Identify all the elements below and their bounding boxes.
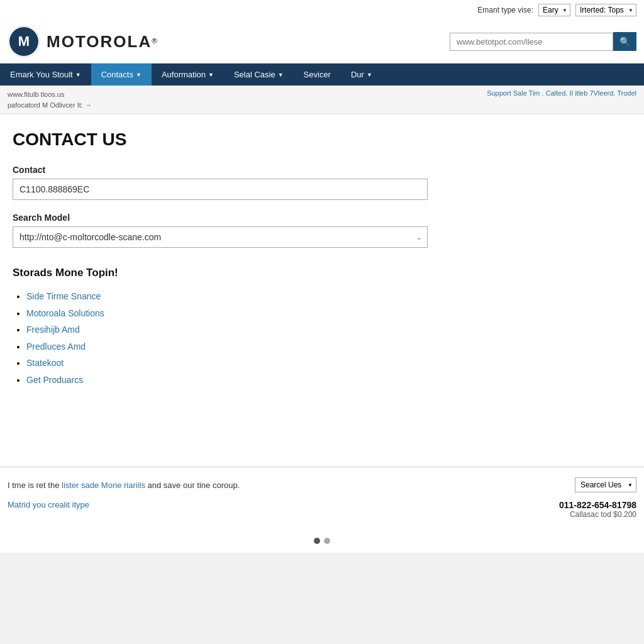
chevron-down-icon: ▼ [208, 72, 214, 78]
nav-item-auformation[interactable]: Auformation ▼ [152, 64, 224, 86]
nav-item-emark[interactable]: Emark You Stoult ▼ [0, 64, 91, 86]
chevron-down-icon: ▼ [75, 72, 81, 78]
option1-wrapper[interactable]: Eary [538, 4, 570, 16]
contact-label: Contact [13, 165, 631, 175]
search-model-select[interactable]: http://nto@c-moltorcodle-scane.com [13, 226, 428, 248]
related-links-list: Side Tirme Snance Motoroala Solutions Fr… [13, 288, 631, 389]
svg-text:M: M [18, 33, 30, 49]
chevron-down-icon: ▼ [278, 72, 284, 78]
topbar-label: Emant type vise: [477, 6, 533, 14]
option2-select[interactable]: Irterted: Tops [575, 4, 636, 16]
breadcrumb-arrow-icon: → [85, 101, 92, 109]
footer-select-wrapper[interactable]: Searcel Ues [575, 477, 636, 492]
footer-select[interactable]: Searcel Ues [575, 477, 636, 492]
contact-field-section: Contact [13, 165, 631, 200]
motorola-logo-icon: M [8, 25, 40, 58]
search-model-select-wrapper: http://nto@c-moltorcodle-scane.com ⌄ [13, 226, 428, 248]
breadcrumb-left: www.fitulb tloos.us pafocatord M Odlivce… [8, 89, 92, 110]
header: M MOTOROLA® 🔍 [0, 20, 644, 64]
nav-bar: Emark You Stoult ▼ Contacts ▼ Auformatio… [0, 64, 644, 86]
list-item: Side Tirme Snance [26, 288, 631, 305]
top-bar: Emant type vise: Eary Irterted: Tops [0, 0, 644, 20]
search-area: 🔍 [450, 32, 636, 51]
footer-bottom-left[interactable]: Matrid you crealit itype [8, 500, 89, 509]
pagination-dot-1[interactable] [314, 538, 320, 544]
chevron-down-icon: ▼ [367, 72, 372, 78]
search-input[interactable] [450, 33, 613, 51]
footer-bottom-right: 011-822-654-81798 Callasac tod $0.200 [559, 500, 636, 519]
chevron-down-icon: ▼ [136, 72, 142, 78]
list-item: Statekoot [26, 355, 631, 372]
related-section: Storads Mone Topin! Side Tirme Snance Mo… [13, 267, 631, 389]
nav-item-contacts[interactable]: Contacts ▼ [91, 64, 152, 86]
footer-note: Callasac tod $0.200 [559, 510, 636, 519]
search-button[interactable]: 🔍 [613, 32, 636, 51]
contact-input[interactable] [13, 179, 428, 200]
nav-item-dur[interactable]: Dur ▼ [341, 64, 382, 86]
logo-area: M MOTOROLA® [8, 25, 157, 58]
related-link-4[interactable]: Statekoot [26, 358, 64, 368]
nav-item-selal[interactable]: Selal Casie ▼ [224, 64, 294, 86]
option2-wrapper[interactable]: Irterted: Tops [575, 4, 636, 16]
pagination-dots [0, 529, 644, 553]
main-content: CONTACT US Contact Search Model http://n… [0, 114, 644, 467]
search-model-section: Search Model http://nto@c-moltorcodle-sc… [13, 213, 631, 248]
breadcrumb-right: Support Sale Tim . Calted. Il itleb 7Vle… [487, 89, 636, 97]
footer: I tme is ret the lister sade Mone riarii… [0, 467, 644, 529]
option1-select[interactable]: Eary [538, 4, 570, 16]
related-link-1[interactable]: Motoroala Solutions [26, 308, 104, 318]
footer-link[interactable]: lister sade Mone riariils [62, 480, 145, 490]
brand-name: MOTOROLA® [47, 32, 157, 52]
footer-top: I tme is ret the lister sade Mone riarii… [8, 477, 636, 492]
nav-item-sevicer[interactable]: Sevicer [294, 64, 341, 86]
related-title: Storads Mone Topin! [13, 267, 631, 279]
related-link-3[interactable]: Predluces Amd [26, 341, 86, 352]
related-link-5[interactable]: Get Produarcs [26, 375, 83, 385]
list-item: Get Produarcs [26, 372, 631, 389]
list-item: Motoroala Solutions [26, 305, 631, 322]
list-item: Predluces Amd [26, 338, 631, 355]
related-link-2[interactable]: Fresihijb Amd [26, 325, 80, 335]
footer-bottom: Matrid you crealit itype 011-822-654-817… [8, 500, 636, 519]
related-link-0[interactable]: Side Tirme Snance [26, 291, 101, 301]
footer-top-text: I tme is ret the lister sade Mone riarii… [8, 480, 240, 490]
list-item: Fresihijb Amd [26, 321, 631, 338]
footer-phone: 011-822-654-81798 [559, 500, 636, 510]
search-model-label: Search Model [13, 213, 631, 223]
breadcrumb-bar: www.fitulb tloos.us pafocatord M Odlivce… [0, 86, 644, 114]
pagination-dot-2[interactable] [324, 538, 330, 544]
page-title: CONTACT US [13, 130, 631, 150]
